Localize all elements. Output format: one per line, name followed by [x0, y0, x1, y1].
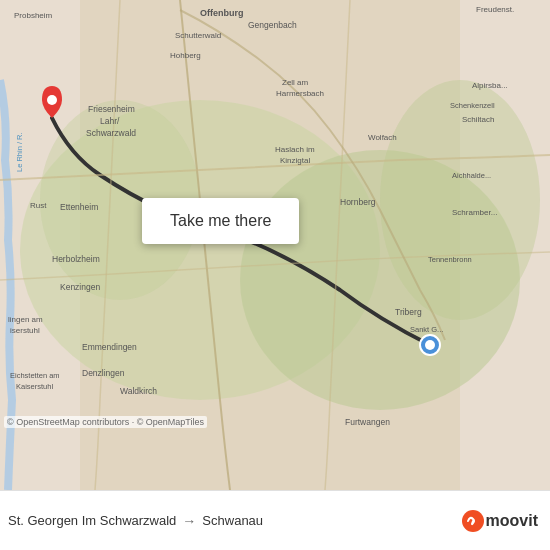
svg-text:Harmersbach: Harmersbach — [276, 89, 324, 98]
svg-text:Schutterwald: Schutterwald — [175, 31, 221, 40]
svg-text:Offenburg: Offenburg — [200, 8, 244, 18]
svg-text:Denzlingen: Denzlingen — [82, 368, 125, 378]
svg-text:Lahr/: Lahr/ — [100, 116, 120, 126]
svg-text:Kenzingen: Kenzingen — [60, 282, 100, 292]
map-container: Probsheim Offenburg Schutterwald Hohberg… — [0, 0, 550, 490]
footer: St. Georgen Im Schwarzwald → Schwanau mo… — [0, 490, 550, 550]
svg-text:iserstuhl: iserstuhl — [10, 326, 40, 335]
svg-text:Emmendingen: Emmendingen — [82, 342, 137, 352]
svg-text:Hornberg: Hornberg — [340, 197, 376, 207]
svg-point-5 — [380, 80, 540, 320]
moovit-text: moovit — [486, 512, 538, 530]
svg-text:Wolfach: Wolfach — [368, 133, 397, 142]
take-me-there-button[interactable]: Take me there — [142, 198, 299, 244]
svg-text:Kinzigtal: Kinzigtal — [280, 156, 310, 165]
svg-text:Schenkenzell: Schenkenzell — [450, 101, 495, 110]
svg-text:Gengenbach: Gengenbach — [248, 20, 297, 30]
svg-text:Probsheim: Probsheim — [14, 11, 53, 20]
svg-text:Freudenst.: Freudenst. — [476, 5, 514, 14]
svg-text:Hohberg: Hohberg — [170, 51, 201, 60]
svg-text:Friesenheim: Friesenheim — [88, 104, 135, 114]
svg-text:Triberg: Triberg — [395, 307, 422, 317]
svg-text:Schramber...: Schramber... — [452, 208, 497, 217]
moovit-logo-icon — [462, 510, 484, 532]
svg-text:lingen am: lingen am — [8, 315, 43, 324]
map-attribution: © OpenStreetMap contributors · © OpenMap… — [4, 416, 207, 428]
svg-text:Sankt G...: Sankt G... — [410, 325, 443, 334]
svg-text:Kaiserstuhl: Kaiserstuhl — [16, 382, 53, 391]
origin-label: St. Georgen Im Schwarzwald — [8, 513, 176, 528]
svg-text:Le Rhin / R.: Le Rhin / R. — [15, 132, 24, 172]
destination-label: Schwanau — [202, 513, 263, 528]
svg-text:Schwarzwald: Schwarzwald — [86, 128, 136, 138]
svg-text:Zell am: Zell am — [282, 78, 309, 87]
svg-point-44 — [47, 95, 57, 105]
svg-text:Herbolzheim: Herbolzheim — [52, 254, 100, 264]
svg-text:Haslach im: Haslach im — [275, 145, 315, 154]
moovit-logo: moovit — [462, 510, 538, 532]
svg-text:Rust: Rust — [30, 201, 47, 210]
svg-text:Furtwangen: Furtwangen — [345, 417, 390, 427]
svg-text:Aichhalde...: Aichhalde... — [452, 171, 491, 180]
route-arrow: → — [182, 513, 196, 529]
svg-text:Schiltach: Schiltach — [462, 115, 494, 124]
svg-point-43 — [425, 340, 435, 350]
svg-text:Waldkirch: Waldkirch — [120, 386, 157, 396]
svg-text:Tennenbronn: Tennenbronn — [428, 255, 472, 264]
svg-text:Eichstetten am: Eichstetten am — [10, 371, 60, 380]
route-info: St. Georgen Im Schwarzwald → Schwanau — [8, 513, 263, 529]
svg-text:Alpirsba...: Alpirsba... — [472, 81, 508, 90]
svg-text:Ettenheim: Ettenheim — [60, 202, 98, 212]
